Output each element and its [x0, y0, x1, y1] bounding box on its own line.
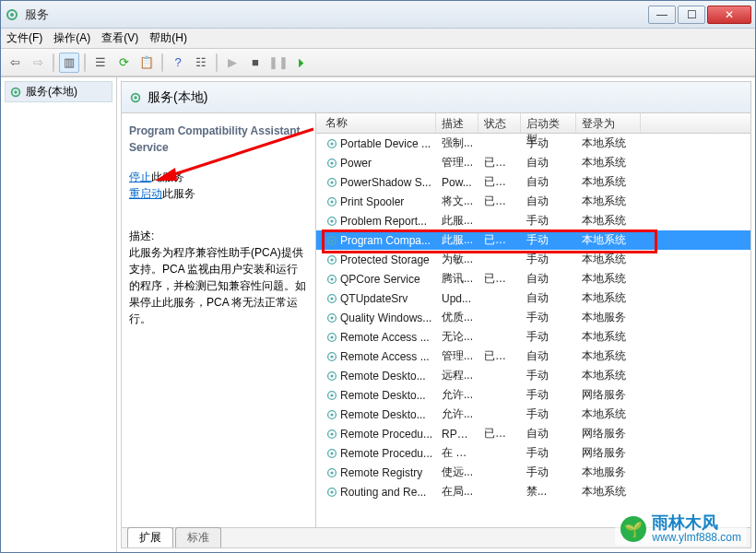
service-logon-cell: 本地系统 — [576, 329, 641, 345]
forward-button[interactable]: ⇨ — [28, 53, 48, 73]
service-row[interactable]: Routing and Re...在局...禁...本地系统 — [316, 482, 750, 501]
maximize-button[interactable]: ☐ — [678, 6, 705, 24]
svg-point-41 — [330, 471, 333, 474]
services-icon — [5, 7, 19, 22]
service-startup-cell: 自动 — [521, 155, 576, 171]
service-name-cell: Protected Storage — [316, 253, 436, 266]
service-list: 名称 描述 状态 启动类型 登录为 Portable Device ...强制.… — [315, 113, 750, 527]
service-desc-cell: Pow... — [436, 176, 478, 189]
service-desc-cell: 远程... — [436, 368, 478, 383]
service-desc-cell: 无论... — [436, 329, 478, 345]
service-row[interactable]: Remote Procedu...在 W...手动网络服务 — [316, 443, 750, 463]
restart-button[interactable]: ⏵ — [291, 53, 312, 73]
service-row[interactable]: Remote Deskto...允许...手动网络服务 — [316, 385, 750, 405]
svg-point-25 — [330, 316, 333, 319]
col-name[interactable]: 名称 — [316, 113, 436, 133]
service-status-cell: 已启动 — [478, 348, 521, 364]
svg-point-7 — [330, 142, 333, 145]
service-startup-cell: 手动 — [521, 368, 576, 383]
service-name-cell: Print Spooler — [316, 195, 436, 208]
service-row[interactable]: QPCore Service腾讯...已启动自动本地系统 — [316, 269, 750, 288]
tree-root-item[interactable]: 服务(本地) — [5, 81, 112, 102]
service-logon-cell: 本地系统 — [576, 406, 641, 422]
menu-file[interactable]: 文件(F) — [6, 30, 42, 46]
services-icon — [9, 86, 22, 99]
minimize-button[interactable]: — — [648, 6, 676, 24]
svg-point-43 — [330, 490, 333, 493]
service-status-cell: 已启动 — [478, 194, 521, 209]
service-row[interactable]: Remote Registry使远...手动本地服务 — [316, 463, 750, 482]
stop-button[interactable]: ■ — [245, 53, 266, 73]
svg-point-21 — [330, 277, 333, 280]
help-button[interactable]: ? — [168, 53, 188, 73]
service-logon-cell: 本地系统 — [576, 271, 641, 287]
svg-point-13 — [330, 200, 333, 203]
service-row[interactable]: Protected Storage为敏...手动本地系统 — [316, 250, 750, 269]
service-row[interactable]: Program Compa...此服...已启动手动本地系统 — [316, 230, 750, 250]
pause-button[interactable]: ❚❚ — [268, 53, 289, 73]
description-text: 此服务为程序兼容性助手(PCA)提供支持。PCA 监视由用户安装和运行的程序，并… — [129, 244, 308, 327]
service-startup-cell: 手动 — [521, 329, 576, 345]
service-desc-cell: 在局... — [436, 484, 478, 500]
service-name-cell: Remote Deskto... — [316, 389, 436, 402]
toolbar: ⇦ ⇨ ▥ ☰ ⟳ 📋 ? ☷ ▶ ■ ❚❚ ⏵ — [1, 49, 755, 76]
tab-extended[interactable]: 扩展 — [127, 527, 173, 547]
service-row[interactable]: Remote Access ...管理...已启动自动本地系统 — [316, 347, 750, 366]
start-button[interactable]: ▶ — [222, 53, 242, 73]
service-row[interactable]: Remote Access ...无论...手动本地系统 — [316, 327, 750, 347]
back-button[interactable]: ⇦ — [5, 53, 25, 73]
col-startup[interactable]: 启动类型 — [521, 113, 576, 133]
service-row[interactable]: Portable Device ...强制...手动本地系统 — [316, 134, 750, 153]
svg-point-37 — [330, 432, 333, 435]
service-row[interactable]: Print Spooler将文...已启动自动本地系统 — [316, 192, 750, 211]
service-row[interactable]: Quality Windows...优质...手动本地服务 — [316, 308, 750, 327]
svg-point-11 — [330, 181, 333, 183]
service-logon-cell: 网络服务 — [576, 445, 641, 461]
svg-point-1 — [10, 13, 14, 17]
service-name-cell: Remote Procedu... — [316, 428, 436, 441]
service-name-cell: Portable Device ... — [316, 137, 436, 150]
service-status-cell: 已启动 — [478, 271, 521, 287]
service-name-cell: Routing and Re... — [316, 486, 436, 499]
list-button[interactable]: ☷ — [191, 53, 211, 73]
service-name-cell: Remote Registry — [316, 466, 436, 479]
svg-point-19 — [330, 258, 333, 261]
service-desc-cell: 允许... — [436, 387, 478, 403]
menu-help[interactable]: 帮助(H) — [149, 30, 187, 46]
col-status[interactable]: 状态 — [478, 113, 521, 133]
description-label: 描述: — [129, 228, 308, 244]
service-row[interactable]: Remote Deskto...远程...手动本地系统 — [316, 366, 750, 385]
export-button[interactable]: 📋 — [136, 53, 157, 73]
properties-button[interactable]: ☰ — [90, 53, 111, 73]
show-hide-tree-button[interactable]: ▥ — [59, 53, 79, 73]
service-row[interactable]: Remote Procedu...RPC...已启动自动网络服务 — [316, 424, 750, 443]
service-name-cell: Program Compa... — [316, 234, 436, 247]
service-logon-cell: 本地系统 — [576, 290, 641, 306]
close-button[interactable]: ✕ — [707, 6, 751, 24]
service-name-cell: PowerShadow S... — [316, 176, 436, 189]
service-row[interactable]: Power管理...已启动自动本地系统 — [316, 153, 750, 172]
list-title: 服务(本地) — [148, 89, 207, 106]
service-row[interactable]: QTUpdateSrvUpd...自动本地系统 — [316, 288, 750, 308]
refresh-button[interactable]: ⟳ — [113, 53, 134, 73]
col-logon[interactable]: 登录为 — [576, 113, 641, 133]
service-startup-cell: 自动 — [521, 348, 576, 364]
col-desc[interactable]: 描述 — [436, 113, 478, 133]
restart-link[interactable]: 重启动 — [129, 187, 162, 200]
service-status-cell: 已启动 — [478, 155, 521, 171]
service-name-cell: Remote Deskto... — [316, 408, 436, 421]
menu-action[interactable]: 操作(A) — [53, 30, 90, 46]
watermark-brand: 雨林木风 — [652, 514, 741, 531]
service-row[interactable]: PowerShadow S...Pow...已启动自动本地系统 — [316, 172, 750, 192]
service-row[interactable]: Problem Report...此服...手动本地系统 — [316, 211, 750, 230]
service-name-cell: QTUpdateSrv — [316, 292, 436, 305]
menubar: 文件(F) 操作(A) 查看(V) 帮助(H) — [1, 29, 755, 49]
stop-link[interactable]: 停止 — [129, 171, 151, 183]
menu-view[interactable]: 查看(V) — [101, 30, 138, 46]
service-status-cell: 已启动 — [478, 426, 521, 441]
watermark-url: www.ylmf888.com — [652, 531, 741, 544]
watermark: 🌱 雨林木风 www.ylmf888.com — [615, 512, 747, 546]
service-row[interactable]: Remote Deskto...允许...手动本地系统 — [316, 405, 750, 424]
tab-standard[interactable]: 标准 — [175, 527, 221, 547]
separator — [53, 53, 54, 72]
